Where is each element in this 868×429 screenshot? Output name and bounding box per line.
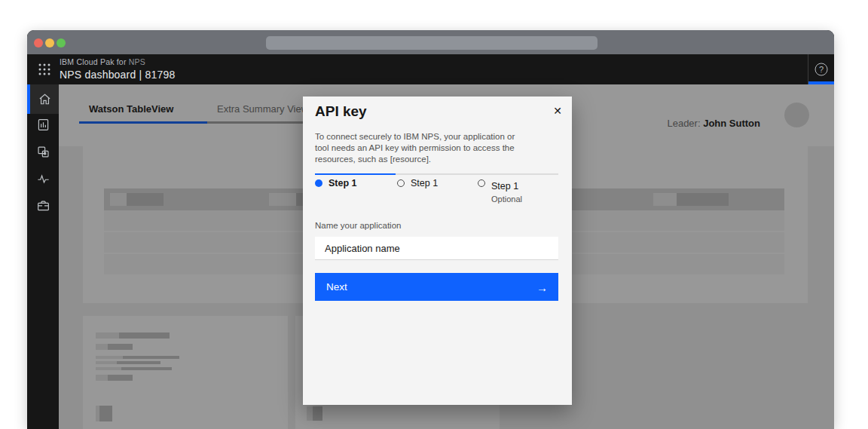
report-icon	[36, 118, 50, 132]
step-indicator-1[interactable]: Step 1	[315, 179, 357, 188]
help-icon: ?	[815, 63, 828, 76]
browser-window: IBM Cloud Pak for NPS NPS dashboard | 81…	[27, 30, 834, 429]
modal-description: To connect securely to IBM NPS, your app…	[315, 131, 524, 165]
step-incomplete-icon	[478, 179, 485, 187]
step-label: Step 1	[491, 181, 518, 192]
application-name-input[interactable]	[315, 237, 558, 260]
activity-icon	[36, 172, 50, 186]
deployments-icon	[36, 145, 50, 159]
sidebar-item-deployments[interactable]	[27, 139, 59, 165]
sidebar-item-toolbox[interactable]	[27, 192, 59, 219]
switcher-grid-icon	[37, 62, 52, 77]
minimize-window-button[interactable]	[45, 38, 54, 47]
close-window-button[interactable]	[34, 38, 43, 47]
close-button[interactable]: ✕	[546, 100, 569, 122]
next-button[interactable]: Next →	[315, 273, 558, 301]
sidebar	[27, 84, 59, 429]
app-switcher-button[interactable]	[30, 56, 59, 83]
step-incomplete-icon	[397, 179, 405, 187]
step-indicator-3[interactable]: Step 1 Optional	[478, 179, 522, 204]
browser-chrome	[27, 30, 834, 54]
step-optional-note: Optional	[491, 195, 522, 204]
header-eyebrow: IBM Cloud Pak for NPS	[60, 58, 175, 66]
modal-title: API key	[315, 103, 367, 120]
arrow-right-icon: →	[536, 280, 548, 293]
step-label: Step 1	[329, 179, 357, 188]
close-icon: ✕	[553, 105, 562, 117]
sidebar-item-home[interactable]	[27, 84, 59, 114]
step-label: Step 1	[411, 179, 438, 188]
header-titles: IBM Cloud Pak for NPS NPS dashboard | 81…	[60, 58, 175, 80]
home-icon	[38, 92, 52, 106]
step-current-icon	[315, 179, 322, 187]
page-title: NPS dashboard | 81798	[60, 69, 175, 80]
sidebar-item-activity[interactable]	[27, 165, 59, 192]
progress-track	[315, 173, 558, 175]
url-bar[interactable]	[266, 36, 598, 50]
step-indicator-2[interactable]: Step 1	[397, 179, 438, 188]
app-header: IBM Cloud Pak for NPS NPS dashboard | 81…	[27, 54, 834, 84]
help-button[interactable]: ?	[808, 54, 834, 84]
progress-fill	[315, 173, 396, 175]
api-key-modal: API key ✕ To connect securely to IBM NPS…	[303, 97, 572, 405]
sidebar-item-reports[interactable]	[27, 112, 59, 138]
next-button-label: Next	[326, 281, 347, 293]
application-name-label: Name your application	[315, 221, 401, 230]
zoom-window-button[interactable]	[57, 38, 66, 47]
toolbox-icon	[36, 198, 50, 213]
